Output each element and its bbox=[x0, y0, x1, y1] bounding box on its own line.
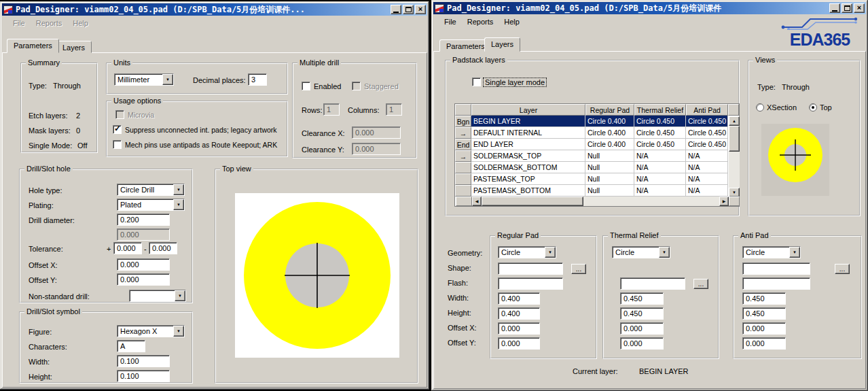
regular-pad-cell[interactable]: Circle 0.400 bbox=[585, 127, 634, 139]
thermal-height-input[interactable]: 0.450 bbox=[620, 307, 664, 320]
padstack-row[interactable]: PASTEMASK_BOTTOMNullN/AN/A bbox=[455, 185, 739, 197]
anti-pad-cell[interactable]: N/A bbox=[686, 150, 728, 162]
thermal-offset-y-input[interactable]: 0.000 bbox=[620, 337, 664, 350]
thermal-relief-cell[interactable]: N/A bbox=[634, 150, 686, 162]
radio-top[interactable] bbox=[809, 103, 817, 112]
thermal-relief-cell[interactable]: Circle 0.450 bbox=[634, 127, 686, 139]
maximize-button[interactable] bbox=[403, 5, 414, 14]
tolerance-minus-input[interactable]: 0.000 bbox=[149, 242, 177, 254]
offset-x-input[interactable]: 0.000 bbox=[117, 258, 170, 271]
suppress-checkbox[interactable] bbox=[113, 125, 122, 134]
tab-layers[interactable]: Layers bbox=[56, 41, 92, 53]
padstack-row[interactable]: BgnBEGIN LAYERCircle 0.400Circle 0.450Ci… bbox=[455, 116, 739, 127]
menu-help[interactable]: Help bbox=[499, 16, 525, 27]
minimize-button[interactable] bbox=[391, 5, 401, 14]
padstack-row[interactable]: PASTEMASK_TOPNullN/AN/A bbox=[455, 173, 739, 185]
padstack-row[interactable]: →DEFAULT INTERNALCircle 0.400Circle 0.45… bbox=[455, 127, 739, 139]
anti-height-input[interactable]: 0.450 bbox=[742, 307, 786, 320]
tolerance-plus-input[interactable]: 0.000 bbox=[113, 242, 142, 254]
regular-pad-cell[interactable]: Circle 0.400 bbox=[585, 139, 634, 150]
minimize-button[interactable] bbox=[829, 3, 840, 13]
anti-pad-cell[interactable]: N/A bbox=[686, 173, 728, 185]
thermal-relief-cell[interactable]: N/A bbox=[634, 173, 686, 185]
rows-input[interactable]: 1 bbox=[323, 103, 340, 116]
regular-flash-input[interactable] bbox=[498, 277, 563, 290]
mech-pins-checkbox[interactable] bbox=[113, 140, 122, 149]
anti-shape-input[interactable] bbox=[742, 262, 810, 275]
menu-help[interactable]: Help bbox=[67, 18, 94, 29]
layer-cell[interactable]: PASTEMASK_BOTTOM bbox=[471, 185, 585, 197]
symbol-height-input[interactable]: 0.100 bbox=[117, 370, 170, 382]
horizontal-scroll-thumb[interactable] bbox=[482, 197, 583, 206]
layer-cell[interactable]: SOLDERMASK_TOP bbox=[471, 150, 585, 162]
regular-height-input[interactable]: 0.400 bbox=[498, 307, 540, 320]
layer-cell[interactable]: BEGIN LAYER bbox=[471, 116, 585, 127]
clearance-x-input[interactable]: 0.000 bbox=[352, 126, 401, 139]
regular-pad-cell[interactable]: Circle 0.400 bbox=[585, 116, 634, 127]
hole-type-select[interactable]: Circle Drill ▼ bbox=[117, 184, 185, 196]
radio-xsection[interactable] bbox=[756, 103, 764, 112]
padstack-row[interactable]: SOLDERMASK_BOTTOMNullN/AN/A bbox=[455, 162, 739, 173]
regular-offset-x-input[interactable]: 0.000 bbox=[498, 322, 540, 335]
regular-pad-cell[interactable]: Null bbox=[585, 162, 634, 173]
anti-offset-y-input[interactable]: 0.000 bbox=[742, 337, 786, 350]
tab-parameters[interactable]: Parameters bbox=[7, 39, 59, 53]
padstack-row[interactable]: EndEND LAYERCircle 0.400Circle 0.450Circ… bbox=[455, 139, 739, 150]
maximize-button[interactable] bbox=[842, 3, 852, 13]
regular-pad-cell[interactable]: Null bbox=[585, 185, 634, 197]
single-layer-mode-checkbox[interactable] bbox=[472, 78, 481, 86]
layer-cell[interactable]: DEFAULT INTERNAL bbox=[471, 127, 585, 139]
tab-layers[interactable]: Layers bbox=[484, 37, 520, 52]
layer-cell[interactable]: SOLDERMASK_BOTTOM bbox=[471, 162, 585, 173]
anti-flash-input[interactable] bbox=[742, 277, 810, 290]
menu-file[interactable]: File bbox=[7, 18, 31, 29]
anti-width-input[interactable]: 0.450 bbox=[742, 292, 786, 305]
units-select[interactable]: Millimeter ▼ bbox=[114, 73, 174, 86]
decimal-places-input[interactable]: 3 bbox=[248, 73, 267, 86]
plating-select[interactable]: Plated ▼ bbox=[117, 199, 185, 211]
padstack-row[interactable]: →SOLDERMASK_TOPNullN/AN/A bbox=[455, 150, 739, 162]
menu-file[interactable]: File bbox=[439, 16, 462, 27]
thermal-flash-input[interactable] bbox=[620, 277, 685, 290]
clearance-y-input[interactable]: 0.000 bbox=[352, 143, 401, 155]
drill-diameter-secondary-input[interactable]: 0.000 bbox=[117, 228, 170, 241]
characters-input[interactable]: A bbox=[117, 340, 145, 352]
layer-cell[interactable]: END LAYER bbox=[471, 139, 585, 150]
columns-input[interactable]: 1 bbox=[386, 103, 402, 116]
regular-shape-browse-button[interactable]: ... bbox=[571, 264, 586, 274]
scroll-left-button[interactable]: ◀ bbox=[472, 197, 482, 206]
regular-geometry-select[interactable]: Circle ▼ bbox=[498, 246, 556, 258]
thermal-flash-browse-button[interactable]: ... bbox=[693, 279, 708, 289]
thermal-geometry-select[interactable]: Circle ▼ bbox=[612, 246, 670, 258]
regular-shape-input[interactable] bbox=[498, 262, 563, 275]
drill-diameter-input[interactable]: 0.200 bbox=[117, 214, 170, 226]
anti-pad-cell[interactable]: Circle 0.450 bbox=[686, 139, 728, 150]
figure-select[interactable]: Hexagon X ▼ bbox=[117, 325, 185, 337]
anti-geometry-select[interactable]: Circle ▼ bbox=[742, 246, 801, 258]
layer-cell[interactable]: PASTEMASK_TOP bbox=[471, 173, 585, 185]
menu-reports[interactable]: Reports bbox=[31, 18, 68, 29]
anti-shape-browse-button[interactable]: ... bbox=[835, 264, 850, 274]
thermal-relief-cell[interactable]: Circle 0.450 bbox=[634, 139, 686, 150]
menu-reports[interactable]: Reports bbox=[462, 16, 499, 27]
close-button[interactable]: × bbox=[854, 3, 865, 13]
vertical-scroll-thumb[interactable] bbox=[729, 126, 740, 152]
anti-offset-x-input[interactable]: 0.000 bbox=[742, 322, 786, 335]
thermal-relief-cell[interactable]: N/A bbox=[634, 185, 686, 197]
regular-pad-cell[interactable]: Null bbox=[585, 150, 634, 162]
thermal-relief-cell[interactable]: N/A bbox=[634, 162, 686, 173]
horizontal-scrollbar[interactable]: ◀ ▶ bbox=[472, 197, 729, 206]
staggered-checkbox[interactable] bbox=[352, 82, 361, 90]
enabled-checkbox[interactable] bbox=[302, 82, 310, 90]
anti-pad-cell[interactable]: N/A bbox=[686, 162, 728, 173]
scroll-right-button[interactable]: ▶ bbox=[719, 197, 729, 206]
thermal-width-input[interactable]: 0.450 bbox=[620, 292, 664, 305]
anti-pad-cell[interactable]: N/A bbox=[686, 185, 728, 197]
symbol-width-input[interactable]: 0.100 bbox=[117, 355, 170, 367]
offset-y-input[interactable]: 0.000 bbox=[117, 273, 170, 286]
thermal-relief-cell[interactable]: Circle 0.450 bbox=[634, 116, 686, 127]
anti-pad-cell[interactable]: Circle 0.450 bbox=[686, 116, 728, 127]
nonstandard-drill-select[interactable]: ▼ bbox=[129, 290, 186, 302]
scroll-down-button[interactable]: ▼ bbox=[729, 188, 740, 197]
close-button[interactable]: × bbox=[415, 5, 426, 14]
